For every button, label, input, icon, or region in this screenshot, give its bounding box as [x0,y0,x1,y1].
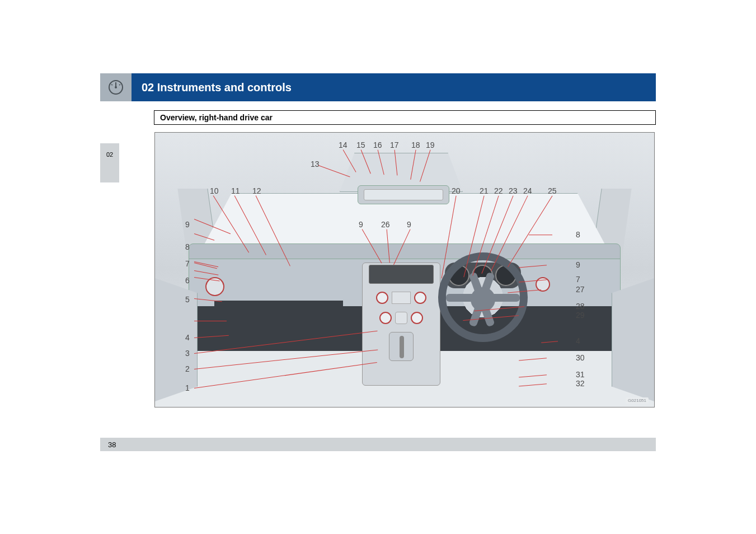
callout-2: 2 [185,364,190,373]
callout-r30: 30 [576,353,585,362]
callout-1: 1 [185,383,190,392]
section-title-box: Overview, right-hand drive car [154,110,656,125]
callout-5: 5 [185,295,190,304]
svg-line-4 [119,85,120,85]
callout-7: 7 [185,259,190,268]
callout-r31: 31 [576,370,585,379]
chapter-title: 02 Instruments and controls [132,81,292,94]
callout-12: 12 [252,186,261,195]
dashboard-illustration: 1 2 3 4 5 6 7 8 9 10 11 12 13 14 15 16 1… [155,133,654,407]
callout-r8: 8 [576,230,580,239]
callout-11: 11 [231,186,240,195]
callout-6: 6 [185,276,190,285]
callout-mid-9a: 9 [359,220,363,229]
callout-14: 14 [339,140,348,149]
image-reference-code: G021051 [626,397,649,404]
page-number: 38 [108,441,116,449]
callout-25: 25 [548,186,557,195]
callout-13: 13 [311,160,320,168]
callout-8: 8 [185,242,190,251]
callout-mid-26: 26 [381,220,390,229]
callout-22: 22 [494,186,503,195]
side-tab: 02 [100,143,119,182]
callout-23: 23 [509,186,518,195]
callout-r27: 27 [576,285,585,294]
callout-9: 9 [185,220,190,229]
overview-diagram: 1 2 3 4 5 6 7 8 9 10 11 12 13 14 15 16 1… [154,132,655,407]
callout-17: 17 [390,140,399,149]
callout-19: 19 [426,140,435,149]
callout-24: 24 [523,186,532,195]
chapter-header-bar: 02 Instruments and controls [100,73,656,101]
callout-r28: 28 [576,302,585,311]
callout-20: 20 [452,186,461,195]
callout-10: 10 [210,186,219,195]
callout-21: 21 [480,186,489,195]
callout-3: 3 [185,349,190,358]
callout-r32: 32 [576,379,585,388]
callout-18: 18 [411,140,420,149]
svg-point-2 [115,86,117,88]
callout-r9: 9 [576,260,580,269]
page-footer-band: 38 [100,438,656,451]
callout-16: 16 [373,140,382,149]
section-title: Overview, right-hand drive car [160,113,273,122]
callout-r7: 7 [576,275,580,284]
callout-r29: 29 [576,311,585,320]
callout-4: 4 [185,333,190,342]
side-tab-label: 02 [106,151,113,158]
gauge-icon [100,73,132,101]
callout-mid-9b: 9 [407,220,411,229]
callout-15: 15 [356,140,365,149]
callout-r4: 4 [576,336,580,345]
svg-line-3 [111,85,112,85]
